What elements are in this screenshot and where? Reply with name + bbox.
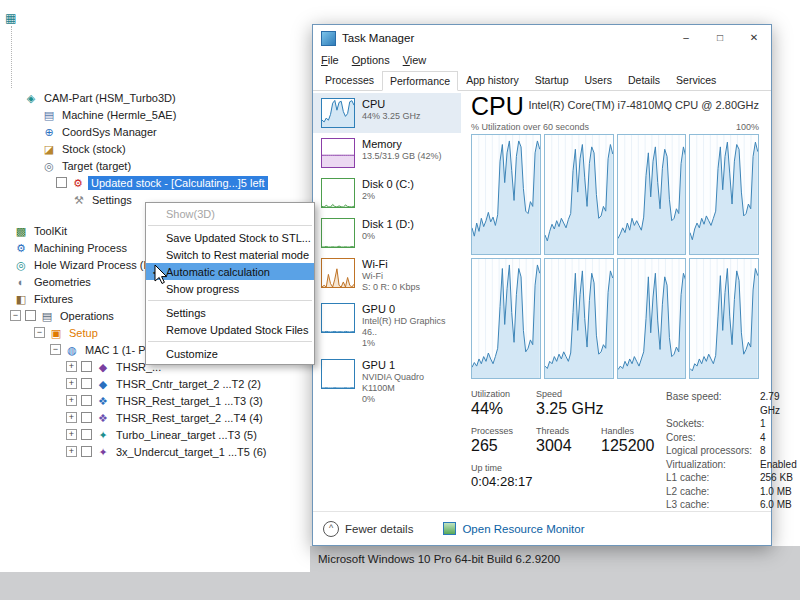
- sidebar-item-cpu[interactable]: CPU44% 3.25 GHz: [313, 93, 461, 133]
- detail-row: L1 cache:256 KB: [666, 471, 797, 485]
- tab-startup[interactable]: Startup: [527, 70, 577, 90]
- detail-label: L2 cache:: [666, 485, 760, 499]
- menu-options[interactable]: Options: [352, 54, 390, 66]
- expand-icon[interactable]: +: [66, 395, 77, 406]
- operation-icon: ❖: [96, 395, 110, 407]
- tab-app-history[interactable]: App history: [458, 70, 527, 90]
- menu-item-settings[interactable]: Settings: [146, 304, 314, 321]
- sidebar-item-disk-1-d[interactable]: Disk 1 (D:)0%: [313, 213, 461, 253]
- checkbox[interactable]: [81, 412, 92, 423]
- tree-item[interactable]: +◆THSR_Cntr_target_2 ...T2 (2): [4, 375, 324, 392]
- expand-icon[interactable]: +: [66, 361, 77, 372]
- checkbox[interactable]: [81, 361, 92, 372]
- menu-item-save-updated-stock-to-stl[interactable]: Save Updated Stock to STL...: [146, 229, 314, 246]
- collapse-icon[interactable]: −: [10, 310, 21, 321]
- core-graph-core-5: [471, 258, 541, 379]
- tree-item-label: CAM-Part (HSM_Turbo3D): [41, 91, 179, 105]
- tree-item-label: Setup: [66, 326, 101, 340]
- sidebar-item-sub: S: 0 R: 0 Kbps: [362, 282, 420, 293]
- tree-item[interactable]: +✦3x_Undercut_target_1 ...T5 (6): [4, 443, 324, 460]
- menu-item-show-progress[interactable]: Show progress: [146, 280, 314, 297]
- sidebar-graph-thumbnail: [321, 218, 355, 248]
- minimize-button[interactable]: –: [669, 25, 703, 51]
- sidebar-item-sub: Wi-Fi: [362, 271, 420, 282]
- menu-item-remove-updated-stock-files[interactable]: Remove Updated Stock Files: [146, 321, 314, 338]
- checkbox[interactable]: [25, 310, 36, 321]
- tree-item-label: THSR_Cntr_target_2 ...T2 (2): [113, 377, 264, 391]
- sidebar-item-sub: 0%: [362, 231, 414, 242]
- tree-item[interactable]: ◈CAM-Part (HSM_Turbo3D): [4, 89, 324, 106]
- fewer-details-button[interactable]: ^ Fewer details: [323, 521, 413, 537]
- tree-item[interactable]: ⊕CoordSys Manager: [4, 123, 324, 140]
- menu-item-label: Remove Updated Stock Files: [166, 324, 314, 336]
- menu-item-customize[interactable]: Customize: [146, 345, 314, 362]
- hole-wizard-icon: ◎: [14, 259, 28, 271]
- expand-icon[interactable]: +: [66, 412, 77, 423]
- operation-icon: ❖: [96, 412, 110, 424]
- tree-item[interactable]: ⚙Updated stock - [Calculating...]5 left: [4, 174, 324, 191]
- open-resource-monitor-link[interactable]: Open Resource Monitor: [443, 522, 584, 535]
- checkbox[interactable]: [81, 395, 92, 406]
- tree-item-label: Fixtures: [31, 292, 76, 306]
- checkbox[interactable]: [81, 378, 92, 389]
- checkbox[interactable]: [56, 177, 67, 188]
- expand-icon[interactable]: +: [66, 378, 77, 389]
- tree-item[interactable]: ◪Stock (stock): [4, 140, 324, 157]
- graph-caption: % Utilization over 60 seconds: [471, 122, 589, 132]
- tree-item[interactable]: +❖THSR_Rest_target_1 ...T3 (3): [4, 392, 324, 409]
- collapse-icon[interactable]: −: [34, 327, 45, 338]
- tree-item[interactable]: +❖THSR_Rest_target_2 ...T4 (4): [4, 409, 324, 426]
- sidebar-item-memory[interactable]: Memory13.5/31.9 GB (42%): [313, 133, 461, 173]
- tree-item[interactable]: +✦Turbo_Linear_target ...T3 (5): [4, 426, 324, 443]
- checkbox[interactable]: [81, 429, 92, 440]
- expand-icon[interactable]: +: [66, 429, 77, 440]
- menu-file[interactable]: File: [321, 54, 339, 66]
- sidebar-item-disk-0-c[interactable]: Disk 0 (C:)2%: [313, 173, 461, 213]
- tree-item[interactable]: ▤Machine (Hermle_5AE): [4, 106, 324, 123]
- tree-item-label: Geometries: [31, 275, 94, 289]
- tree-item-label: Operations: [57, 309, 117, 323]
- updated-stock-icon: ⚙: [71, 177, 85, 189]
- tab-details[interactable]: Details: [620, 70, 668, 90]
- title-bar[interactable]: Task Manager – □ ✕: [313, 25, 771, 51]
- detail-label: L3 cache:: [666, 498, 760, 512]
- windows-version-bar: Microsoft Windows 10 Pro 64-bit Build 6.…: [310, 546, 800, 572]
- menu-item-switch-to-rest-material-mode[interactable]: Switch to Rest material mode: [146, 246, 314, 263]
- tab-processes[interactable]: Processes: [317, 70, 382, 90]
- menu-item-label: Settings: [166, 307, 314, 319]
- tree-item-label: 3x_Undercut_target_1 ...T5 (6): [113, 445, 269, 459]
- cpu-model: Intel(R) Core(TM) i7-4810MQ CPU @ 2.80GH…: [528, 99, 759, 111]
- core-graph-core-4: [689, 134, 759, 255]
- stat-label: Up time: [471, 463, 532, 473]
- expand-icon[interactable]: +: [66, 446, 77, 457]
- menu-separator: [148, 341, 312, 342]
- tree-item[interactable]: ◎Target (target): [4, 157, 324, 174]
- sidebar-item-gpu-0[interactable]: GPU 0Intel(R) HD Graphics 46..1%: [313, 298, 461, 354]
- menu-item-show-3d[interactable]: Show(3D): [146, 205, 314, 222]
- sidebar-item-wi-fi[interactable]: Wi-FiWi-FiS: 0 R: 0 Kbps: [313, 253, 461, 298]
- tab-performance[interactable]: Performance: [382, 71, 458, 91]
- operation-icon: ◆: [96, 378, 110, 390]
- fewer-details-label: Fewer details: [345, 523, 413, 535]
- tab-bar: ProcessesPerformanceApp historyStartupUs…: [313, 69, 771, 91]
- tab-users[interactable]: Users: [577, 70, 620, 90]
- core-graph-core-3: [617, 134, 687, 255]
- tab-services[interactable]: Services: [668, 70, 724, 90]
- detail-row: Base speed:2.79 GHz: [666, 390, 797, 417]
- sidebar-graph-thumbnail: [321, 258, 355, 288]
- menu-bar: FileOptionsView: [313, 51, 771, 69]
- menu-separator: [148, 225, 312, 226]
- stat-label: Threads: [536, 426, 601, 436]
- sidebar-item-sub: 2%: [362, 191, 414, 202]
- close-button[interactable]: ✕: [737, 25, 771, 51]
- geometries-icon: ◐: [14, 276, 28, 288]
- chevron-up-icon: ^: [323, 521, 339, 537]
- maximize-button[interactable]: □: [703, 25, 737, 51]
- menu-item-label: Save Updated Stock to STL...: [166, 232, 314, 244]
- menu-view[interactable]: View: [403, 54, 427, 66]
- collapse-icon[interactable]: −: [50, 344, 61, 355]
- menu-item-automatic-calculation[interactable]: ✓Automatic calculation: [146, 263, 314, 280]
- sidebar-item-gpu-1[interactable]: GPU 1NVIDIA Quadro K1100M0%: [313, 354, 461, 410]
- tree-item-label: Machine (Hermle_5AE): [59, 108, 179, 122]
- checkbox[interactable]: [81, 446, 92, 457]
